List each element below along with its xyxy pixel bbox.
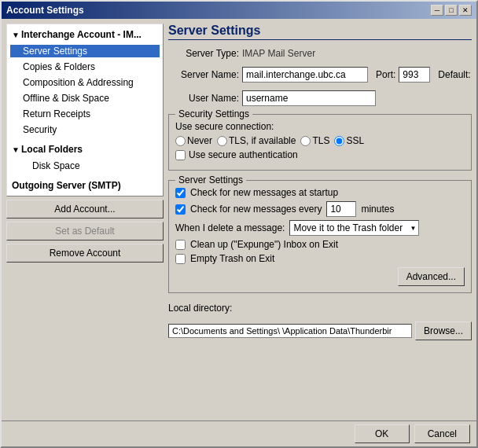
use-secure-label: Use secure connection: xyxy=(175,121,274,132)
server-type-row: Server Type: IMAP Mail Server xyxy=(168,48,472,59)
panel-title: Server Settings xyxy=(168,24,472,40)
expand-icon: ▼ xyxy=(12,31,20,39)
content-area: ▼ Interchange Account - IM... Server Set… xyxy=(2,19,476,420)
tree-item-label: Interchange Account - IM... xyxy=(21,29,142,40)
set-default-button[interactable]: Set as Default xyxy=(6,222,164,241)
delete-message-row: When I delete a message: Move it to the … xyxy=(175,220,465,236)
clean-up-label: Clean up ("Expunge") Inbox on Exit xyxy=(190,239,338,250)
account-tree: ▼ Interchange Account - IM... Server Set… xyxy=(6,24,164,196)
cancel-button[interactable]: Cancel xyxy=(414,424,470,443)
clean-up-checkbox[interactable] xyxy=(175,240,186,250)
local-dir-input-row: C:\Documents and Settings\ \Application … xyxy=(168,321,472,340)
tree-item-composition-addressing[interactable]: Composition & Addressing xyxy=(10,76,160,89)
radio-never[interactable]: Never xyxy=(175,135,212,146)
radio-ssl-input[interactable] xyxy=(334,136,344,146)
delete-select-wrapper: Move it to the Trash folder Delete perma… xyxy=(289,220,419,236)
radio-row: Never TLS, if available TLS SSL xyxy=(175,135,465,146)
radio-never-label: Never xyxy=(187,135,212,146)
delete-message-label: When I delete a message: xyxy=(175,222,285,233)
tree-item-label: Return Receipts xyxy=(23,108,90,119)
server-name-row: Server Name: Port: Default: 993 xyxy=(168,67,472,83)
expand-icon: ▼ xyxy=(12,145,20,154)
default-label: Default: xyxy=(438,69,470,80)
tree-item-label: Composition & Addressing xyxy=(23,77,134,88)
check-startup-label: Check for new messages at startup xyxy=(190,187,338,198)
check-startup-checkbox[interactable] xyxy=(175,188,186,198)
browse-button[interactable]: Browse... xyxy=(415,321,472,340)
check-every-input[interactable] xyxy=(326,201,356,217)
secure-auth-label: Use secure authentication xyxy=(189,149,298,160)
radio-tls-input[interactable] xyxy=(300,136,311,146)
delete-select[interactable]: Move it to the Trash folder Delete perma… xyxy=(289,220,419,236)
radio-tls-if-avail-input[interactable] xyxy=(217,136,227,146)
server-name-label: Server Name: xyxy=(168,69,239,80)
tree-item-security[interactable]: Security xyxy=(10,123,160,136)
tree-item-label: Offline & Disk Space xyxy=(23,93,109,104)
maximize-button[interactable]: □ xyxy=(445,5,458,16)
tree-item-return-receipts[interactable]: Return Receipts xyxy=(10,108,160,120)
empty-trash-label: Empty Trash on Exit xyxy=(190,253,274,264)
left-panel-container: ▼ Interchange Account - IM... Server Set… xyxy=(6,24,164,416)
secure-auth-checkbox[interactable] xyxy=(175,150,186,160)
remove-account-button[interactable]: Remove Account xyxy=(6,244,164,263)
minimize-button[interactable]: ─ xyxy=(431,5,443,16)
server-type-label: Server Type: xyxy=(168,48,239,59)
tree-item-copies-folders[interactable]: Copies & Folders xyxy=(10,61,160,73)
right-panel: Server Settings Server Type: IMAP Mail S… xyxy=(168,24,472,416)
left-buttons: Add Account... Set as Default Remove Acc… xyxy=(6,200,164,263)
secure-auth-row: Use secure authentication xyxy=(175,149,465,160)
server-type-value: IMAP Mail Server xyxy=(242,48,315,59)
user-name-row: User Name: xyxy=(168,90,472,106)
tree-item-local-folders[interactable]: ▼ Local Folders xyxy=(10,142,160,156)
radio-ssl[interactable]: SSL xyxy=(334,135,364,146)
local-dir-label: Local directory: xyxy=(168,303,232,314)
user-name-input[interactable] xyxy=(242,90,376,106)
title-bar: Account Settings ─ □ ✕ xyxy=(2,2,476,19)
tree-item-account-root[interactable]: ▼ Interchange Account - IM... xyxy=(10,28,160,42)
tree-item-server-settings[interactable]: Server Settings xyxy=(10,45,160,57)
local-dir-row: Local directory: xyxy=(168,303,472,314)
server-settings-content: Check for new messages at startup Check … xyxy=(175,187,465,286)
radio-tls-if-avail-label: TLS, if available xyxy=(229,135,296,146)
title-bar-controls: ─ □ ✕ xyxy=(431,5,472,16)
security-group-content: Use secure connection: Never TLS, if ava… xyxy=(175,121,465,160)
radio-tls-label: TLS xyxy=(312,135,329,146)
port-label: Port: xyxy=(376,69,395,80)
clean-up-row: Clean up ("Expunge") Inbox on Exit xyxy=(175,239,465,250)
radio-tls-if-avail[interactable]: TLS, if available xyxy=(217,135,296,146)
tree-item-label: Security xyxy=(23,124,57,135)
check-startup-row: Check for new messages at startup xyxy=(175,187,465,198)
add-account-button[interactable]: Add Account... xyxy=(6,200,164,218)
server-settings-group: Server Settings Check for new messages a… xyxy=(168,180,472,293)
tree-item-label: Copies & Folders xyxy=(23,61,95,72)
advanced-row: Advanced... xyxy=(175,267,465,286)
radio-never-input[interactable] xyxy=(175,136,186,146)
port-input[interactable] xyxy=(399,67,430,83)
server-name-input[interactable] xyxy=(242,67,368,83)
tree-item-label: Local Folders xyxy=(21,144,83,155)
server-settings-group-label: Server Settings xyxy=(175,174,246,185)
close-button[interactable]: ✕ xyxy=(459,5,472,16)
security-group-label: Security Settings xyxy=(175,108,252,119)
account-settings-window: Account Settings ─ □ ✕ ▼ Interchange Acc… xyxy=(0,0,478,448)
empty-trash-checkbox[interactable] xyxy=(175,254,186,264)
tree-item-label: Server Settings xyxy=(23,46,87,57)
check-every-checkbox[interactable] xyxy=(175,204,186,215)
use-secure-row: Use secure connection: xyxy=(175,121,465,132)
security-settings-group: Security Settings Use secure connection:… xyxy=(168,114,472,171)
tree-item-offline-disk-space[interactable]: Offline & Disk Space xyxy=(10,92,160,105)
radio-tls[interactable]: TLS xyxy=(300,135,329,146)
local-dir-display: C:\Documents and Settings\ \Application … xyxy=(168,324,412,338)
check-every-row: Check for new messages every minutes xyxy=(175,201,465,217)
minutes-label: minutes xyxy=(361,204,394,215)
user-name-label: User Name: xyxy=(168,93,239,104)
tree-item-disk-space[interactable]: Disk Space xyxy=(10,160,160,172)
advanced-button[interactable]: Advanced... xyxy=(398,267,465,286)
check-every-label: Check for new messages every xyxy=(190,204,322,215)
window-title: Account Settings xyxy=(6,5,84,16)
tree-item-label: Disk Space xyxy=(32,160,80,171)
bottom-bar: OK Cancel xyxy=(2,420,476,446)
ok-button[interactable]: OK xyxy=(355,424,410,443)
empty-trash-row: Empty Trash on Exit xyxy=(175,253,465,264)
tree-item-outgoing-smtp[interactable]: Outgoing Server (SMTP) xyxy=(10,178,160,193)
